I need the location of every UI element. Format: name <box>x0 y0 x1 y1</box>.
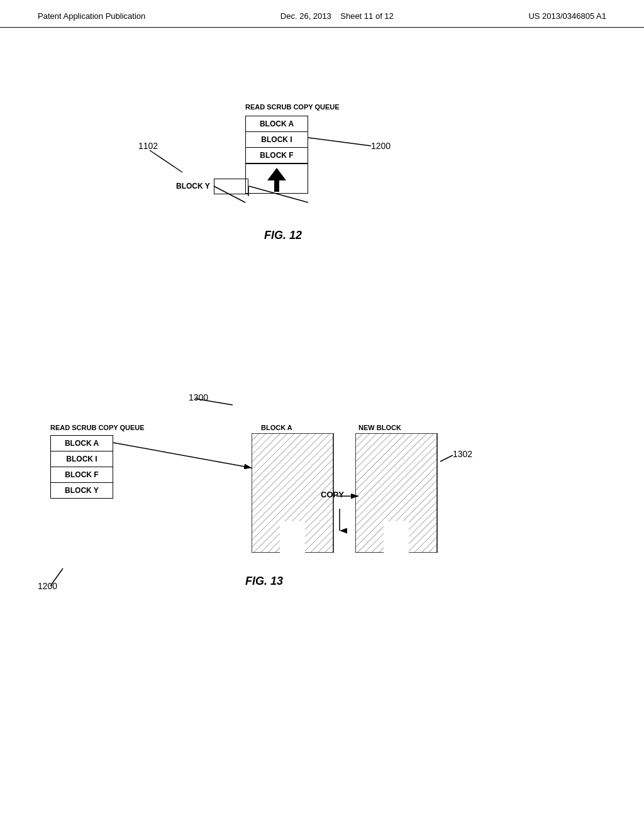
page-header: Patent Application Publication Dec. 26, … <box>0 0 644 28</box>
svg-line-15 <box>113 443 252 468</box>
fig13-svg <box>0 392 503 631</box>
header-left: Patent Application Publication <box>38 11 145 21</box>
svg-line-3 <box>214 186 245 202</box>
svg-line-18 <box>195 399 233 405</box>
svg-line-19 <box>440 455 453 462</box>
fig12-svg <box>0 103 440 229</box>
svg-line-1 <box>150 150 182 172</box>
header-center: Dec. 26, 2013 Sheet 11 of 12 <box>280 11 394 21</box>
fig13-label: FIG. 13 <box>245 575 283 588</box>
main-content: READ SCRUB COPY QUEUE BLOCK A BLOCK I BL… <box>0 28 644 820</box>
svg-line-0 <box>308 138 371 146</box>
fig12-label: FIG. 12 <box>264 229 302 242</box>
svg-line-20 <box>50 568 63 586</box>
svg-line-4 <box>249 186 308 202</box>
header-right: US 2013/0346805 A1 <box>528 11 606 21</box>
